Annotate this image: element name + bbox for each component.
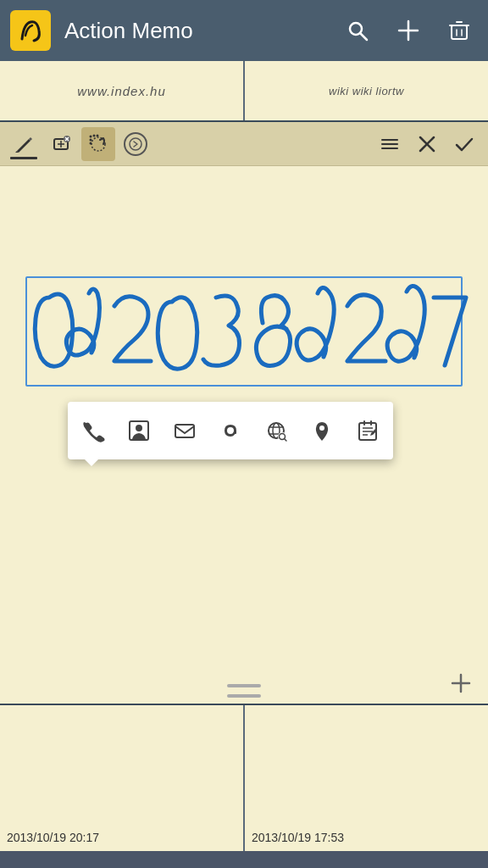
top-bar-actions (339, 12, 478, 49)
add-note-button[interactable] (447, 670, 474, 697)
svg-point-24 (136, 425, 142, 431)
add-button[interactable] (390, 12, 427, 49)
bottom-thumbnail-1[interactable]: 2013/10/19 20:17 (0, 705, 245, 851)
memo-action-button[interactable] (346, 409, 390, 453)
svg-rect-4 (452, 25, 467, 39)
svg-point-13 (93, 134, 96, 136)
thumbnail-2-text: wiki wiki liortw (325, 81, 408, 101)
arrow-forward-icon (124, 132, 147, 156)
eraser-tool-button[interactable] (44, 127, 78, 161)
thumbnail-strip: www.index.hu wiki wiki liortw (0, 61, 488, 122)
top-bar: Action Memo (0, 0, 488, 61)
call-action-button[interactable] (71, 409, 115, 453)
pen-underline (10, 157, 37, 159)
svg-rect-25 (175, 425, 194, 437)
email-action-button[interactable] (163, 409, 207, 453)
toolbar-left (7, 127, 369, 161)
web-search-action-button[interactable] (254, 409, 298, 453)
phone-number-handwriting (17, 268, 471, 395)
svg-point-12 (90, 135, 92, 137)
lasso-tool-button[interactable] (81, 127, 115, 161)
svg-point-16 (90, 142, 92, 144)
action-popup (68, 402, 393, 459)
bottom-thumb-1-date: 2013/10/19 20:17 (7, 831, 236, 844)
app-logo (10, 10, 51, 51)
toolbar (0, 122, 488, 166)
svg-point-34 (319, 426, 324, 431)
app-title: Action Memo (64, 18, 332, 44)
search-button[interactable] (339, 12, 376, 49)
svg-point-14 (97, 134, 99, 136)
drag-handle-bottom (227, 694, 261, 698)
bottom-thumbnail-2[interactable]: 2013/10/19 17:53 (245, 705, 488, 851)
menu-button[interactable] (373, 127, 407, 161)
svg-point-15 (90, 138, 92, 141)
thumbnail-1[interactable]: www.index.hu (0, 61, 245, 120)
bottom-thumbnails: 2013/10/19 20:17 2013/10/19 17:53 (0, 704, 488, 851)
confirm-button[interactable] (447, 127, 481, 161)
svg-line-33 (285, 439, 287, 442)
thumbnail-1-text: www.index.hu (74, 81, 169, 102)
pen-tool-button[interactable] (7, 127, 41, 161)
drag-handle-top (227, 684, 261, 687)
forward-button[interactable] (119, 127, 152, 161)
close-button[interactable] (410, 127, 444, 161)
main-note-area (0, 166, 488, 704)
at-action-button[interactable] (208, 409, 252, 453)
bottom-area (0, 678, 488, 704)
delete-button[interactable] (441, 12, 478, 49)
thumbnail-2[interactable]: wiki wiki liortw (245, 61, 488, 120)
svg-point-17 (130, 138, 141, 150)
svg-line-1 (360, 33, 367, 40)
contact-action-button[interactable] (117, 409, 161, 453)
bottom-thumb-2-date: 2013/10/19 17:53 (252, 831, 481, 844)
toolbar-right (373, 127, 481, 161)
location-action-button[interactable] (300, 409, 344, 453)
